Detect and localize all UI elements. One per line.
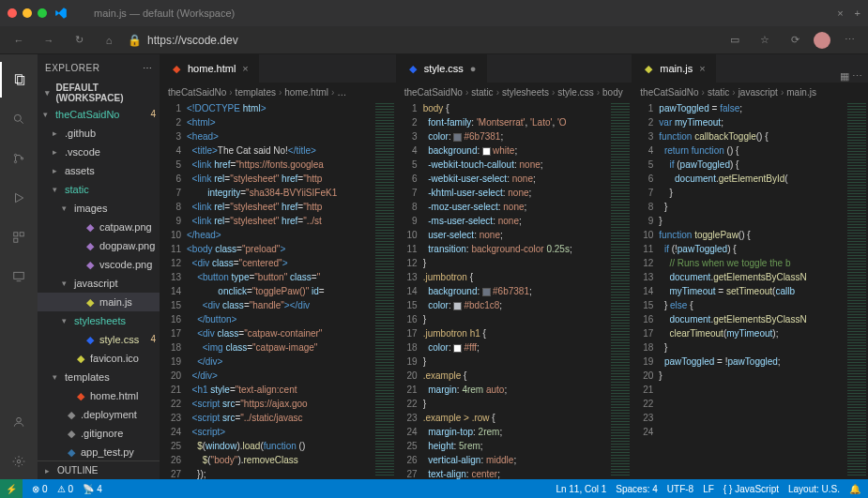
line-gutter: 1234567891011121314151617181920212223242…	[160, 101, 187, 479]
back-button[interactable]: ←	[8, 29, 30, 52]
read-aloud-icon[interactable]: ▭	[723, 29, 746, 52]
tab-style.css[interactable]: ◆style.css●	[397, 54, 487, 83]
minimap[interactable]	[845, 101, 868, 479]
account-icon[interactable]	[0, 404, 38, 440]
run-debug-icon[interactable]	[0, 180, 38, 216]
indentation[interactable]: Spaces: 4	[616, 484, 657, 494]
code-content[interactable]: <!DOCTYPE html><html><head> <title>The C…	[187, 101, 373, 479]
tab-main.js[interactable]: ◆main.js×	[632, 54, 715, 83]
folder-stylesheets[interactable]: ▾stylesheets	[38, 311, 160, 330]
code-content[interactable]: body { font-family: 'Montserrat', 'Lato'…	[423, 101, 610, 479]
refresh-button[interactable]: ↻	[68, 29, 90, 52]
file-dogpaw.png[interactable]: ◆dogpaw.png	[38, 236, 160, 255]
item-label: static	[65, 181, 89, 198]
folder-images[interactable]: ▾images	[38, 199, 160, 218]
breadcrumb-segment[interactable]: templates	[236, 87, 276, 98]
more-icon[interactable]: ⋯	[838, 29, 860, 52]
remote-explorer-icon[interactable]	[0, 259, 38, 294]
close-tab-icon[interactable]: ×	[242, 63, 248, 74]
warnings-item[interactable]: ⚠ 0	[57, 484, 74, 494]
folder-javascript[interactable]: ▾javascript	[38, 274, 160, 293]
code-content[interactable]: pawToggled = false;var myTimeout;functio…	[659, 101, 845, 479]
breadcrumb-segment[interactable]: static	[708, 87, 729, 98]
encoding[interactable]: UTF-8	[667, 484, 693, 494]
breadcrumb-segment[interactable]: …	[337, 87, 346, 98]
window-controls	[8, 8, 47, 18]
address-bar[interactable]: 🔒 https://vscode.dev	[128, 34, 716, 47]
favorite-icon[interactable]: ☆	[754, 29, 776, 52]
folder-.vscode[interactable]: ▸.vscode	[38, 143, 160, 161]
code-editor[interactable]: 123456789101112131415161718192021222324p…	[632, 101, 868, 479]
remote-indicator[interactable]: ⚡	[0, 479, 23, 498]
explorer-label: EXPLORER	[45, 63, 99, 73]
errors-item[interactable]: ⊗ 0	[32, 484, 48, 494]
vscode-icon	[54, 7, 68, 20]
keyboard-layout[interactable]: Layout: U.S.	[788, 484, 840, 494]
minimize-window-icon[interactable]	[23, 8, 32, 18]
code-editor[interactable]: 1234567891011121314151617181920212223242…	[160, 101, 396, 479]
explorer-icon[interactable]	[0, 62, 38, 98]
more-actions-icon[interactable]: ⋯	[143, 63, 153, 73]
tab-home.html[interactable]: ◆home.html×	[160, 54, 259, 83]
chevron-right-icon: ›	[331, 87, 334, 98]
minimap[interactable]	[373, 101, 396, 479]
chevron-icon: ▾	[62, 312, 71, 329]
breadcrumb-segment[interactable]: javascript	[739, 87, 778, 98]
extensions-icon[interactable]	[0, 219, 38, 255]
sync-icon[interactable]: ⟳	[784, 29, 806, 52]
svg-rect-7	[14, 233, 18, 236]
new-tab-icon[interactable]: +	[855, 8, 860, 19]
breadcrumb-segment[interactable]: main.js	[786, 87, 816, 98]
search-icon[interactable]	[0, 101, 38, 137]
language-mode[interactable]: { } JavaScript	[723, 484, 779, 494]
code-editor[interactable]: 1234567891011121314151617181920212223242…	[397, 101, 632, 479]
file-.deployment[interactable]: ◆.deployment	[38, 405, 160, 424]
breadcrumb-segment[interactable]: stylesheets	[502, 87, 549, 98]
folder-theCatSaidNo[interactable]: ▾theCatSaidNo4	[38, 105, 160, 124]
outline-section[interactable]: ▸OUTLINE	[38, 460, 160, 479]
ports-item[interactable]: 📡 4	[83, 484, 102, 494]
sidebar-header: EXPLORER ⋯	[38, 54, 160, 81]
workspace-section[interactable]: ▾DEFAULT (WORKSPACE)	[38, 81, 160, 105]
eol[interactable]: LF	[703, 484, 714, 494]
file-main.js[interactable]: ◆main.js	[38, 293, 160, 311]
item-label: home.html	[90, 387, 138, 404]
maximize-window-icon[interactable]	[38, 8, 47, 18]
settings-gear-icon[interactable]	[0, 444, 38, 479]
item-label: main.js	[99, 294, 132, 310]
modified-indicator-icon[interactable]: ●	[470, 63, 477, 74]
file-catpaw.png[interactable]: ◆catpaw.png	[38, 218, 160, 236]
folder-static[interactable]: ▾static	[38, 180, 160, 199]
tab-close-icon[interactable]: ×	[837, 8, 843, 19]
breadcrumb-segment[interactable]: theCatSaidNo	[168, 87, 226, 98]
file-app_test.py[interactable]: ◆app_test.py	[38, 443, 160, 460]
breadcrumb-segment[interactable]: theCatSaidNo	[404, 87, 463, 98]
close-tab-icon[interactable]: ×	[699, 63, 705, 74]
breadcrumb-segment[interactable]: home.html	[284, 87, 328, 98]
breadcrumb-segment[interactable]: body	[602, 87, 623, 98]
breadcrumb-segment[interactable]: static	[471, 87, 493, 98]
tab-bar: ◆home.html×	[160, 54, 396, 83]
source-control-icon[interactable]	[0, 141, 38, 176]
file-home.html[interactable]: ◆home.html	[38, 386, 160, 405]
folder-assets[interactable]: ▸assets	[38, 161, 160, 180]
folder-templates[interactable]: ▾templates	[38, 368, 160, 386]
breadcrumb-segment[interactable]: theCatSaidNo	[640, 87, 698, 98]
folder-.github[interactable]: ▸.github	[38, 124, 160, 143]
profile-avatar[interactable]	[814, 32, 830, 49]
notifications-icon[interactable]: 🔔	[849, 484, 860, 494]
breadcrumbs[interactable]: theCatSaidNo › static › javascript › mai…	[632, 83, 868, 101]
breadcrumbs[interactable]: theCatSaidNo › static › stylesheets › st…	[397, 83, 632, 101]
editor-actions[interactable]: ▦ ⋯	[834, 70, 868, 83]
breadcrumbs[interactable]: theCatSaidNo › templates › home.html › …	[160, 83, 396, 101]
file-.gitignore[interactable]: ◆.gitignore	[38, 424, 160, 443]
file-favicon.ico[interactable]: ◆favicon.ico	[38, 349, 160, 368]
file-style.css[interactable]: ◆style.css4	[38, 330, 160, 349]
home-button[interactable]: ⌂	[98, 29, 120, 52]
file-vscode.png[interactable]: ◆vscode.png	[38, 255, 160, 274]
breadcrumb-segment[interactable]: style.css	[557, 87, 593, 98]
minimap[interactable]	[609, 101, 632, 479]
forward-button[interactable]: →	[38, 29, 60, 52]
close-window-icon[interactable]	[8, 8, 17, 18]
cursor-position[interactable]: Ln 11, Col 1	[556, 484, 606, 494]
